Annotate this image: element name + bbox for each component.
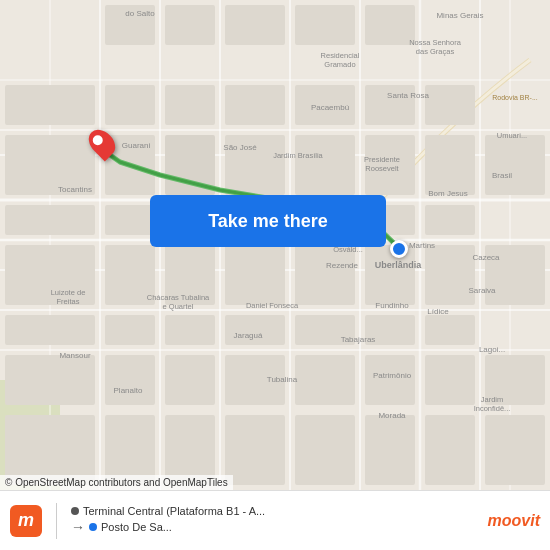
svg-text:Chácaras Tubalina: Chácaras Tubalina <box>147 293 210 302</box>
svg-text:Rezende: Rezende <box>326 261 359 270</box>
svg-text:Inconfidê...: Inconfidê... <box>474 404 511 413</box>
svg-rect-22 <box>295 5 355 45</box>
footer-route-details: Terminal Central (Plataforma B1 - A... →… <box>71 505 265 537</box>
svg-text:Guarani: Guarani <box>122 141 151 150</box>
svg-text:do Salto: do Salto <box>125 9 155 18</box>
svg-text:Presidente: Presidente <box>364 155 400 164</box>
svg-rect-30 <box>425 85 475 125</box>
svg-text:Bom Jesus: Bom Jesus <box>428 189 468 198</box>
destination-dot-icon <box>89 523 97 531</box>
moovit-logo: m <box>10 505 42 537</box>
svg-text:Minas Gerais: Minas Gerais <box>436 11 483 20</box>
footer: m Terminal Central (Plataforma B1 - A...… <box>0 490 550 550</box>
route-arrow-icon: → <box>71 519 85 535</box>
svg-text:Martins: Martins <box>409 241 435 250</box>
svg-rect-52 <box>425 245 475 305</box>
svg-rect-39 <box>5 205 95 235</box>
map-container: do Salto Minas Gerais Nossa Senhora das … <box>0 0 550 490</box>
footer-divider <box>56 503 57 539</box>
svg-text:Tocantins: Tocantins <box>58 185 92 194</box>
moovit-icon: m <box>10 505 42 537</box>
svg-text:Mansour: Mansour <box>59 351 90 360</box>
moovit-brand: moovit <box>484 512 540 530</box>
svg-text:Rodovia BR-...: Rodovia BR-... <box>492 94 538 101</box>
moovit-brand-label: moovit <box>488 512 540 530</box>
svg-rect-63 <box>165 355 215 405</box>
svg-rect-45 <box>425 205 475 235</box>
svg-text:Tabajaras: Tabajaras <box>341 335 376 344</box>
svg-text:Lagoi...: Lagoi... <box>479 345 505 354</box>
svg-rect-38 <box>485 135 545 195</box>
svg-text:Uberlândia: Uberlândia <box>375 260 423 270</box>
map-attribution: © OpenStreetMap contributors and OpenMap… <box>0 475 233 490</box>
origin-dot-icon <box>71 507 79 515</box>
svg-rect-51 <box>365 245 415 305</box>
svg-rect-76 <box>485 415 545 485</box>
svg-text:Planalto: Planalto <box>114 386 143 395</box>
svg-text:Cazeca: Cazeca <box>472 253 500 262</box>
svg-text:Freitas: Freitas <box>57 297 80 306</box>
svg-text:Pacaembú: Pacaembú <box>311 103 349 112</box>
svg-rect-65 <box>295 355 355 405</box>
svg-rect-49 <box>225 245 285 305</box>
svg-text:Gramado: Gramado <box>324 60 355 69</box>
svg-rect-23 <box>365 5 415 45</box>
svg-rect-40 <box>105 205 155 235</box>
svg-text:São José: São José <box>223 143 257 152</box>
svg-text:Morada: Morada <box>378 411 406 420</box>
svg-text:Patrimônio: Patrimônio <box>373 371 412 380</box>
svg-rect-74 <box>365 415 415 485</box>
svg-text:Jardim Brasília: Jardim Brasília <box>273 151 323 160</box>
svg-text:Residencial: Residencial <box>321 51 360 60</box>
svg-rect-24 <box>5 85 95 125</box>
svg-rect-72 <box>225 415 285 485</box>
svg-text:Jardim: Jardim <box>481 395 504 404</box>
svg-rect-66 <box>365 355 415 405</box>
svg-rect-26 <box>165 85 215 125</box>
svg-text:Roosevelt: Roosevelt <box>365 164 399 173</box>
svg-rect-20 <box>165 5 215 45</box>
svg-rect-33 <box>165 135 215 195</box>
svg-rect-55 <box>105 315 155 345</box>
svg-text:Tubalina: Tubalina <box>267 375 298 384</box>
svg-rect-37 <box>425 135 475 195</box>
footer-from-row: Terminal Central (Plataforma B1 - A... <box>71 505 265 517</box>
footer-route-info: m Terminal Central (Plataforma B1 - A...… <box>10 503 484 539</box>
svg-text:Saraiva: Saraiva <box>468 286 496 295</box>
take-me-there-button[interactable]: Take me there <box>150 195 386 247</box>
svg-rect-61 <box>5 355 95 405</box>
svg-text:Daniel Fonseca: Daniel Fonseca <box>246 301 299 310</box>
svg-text:e Quartel: e Quartel <box>163 302 194 311</box>
svg-text:Luizote de: Luizote de <box>51 288 86 297</box>
svg-text:Jaraguá: Jaraguá <box>234 331 263 340</box>
svg-text:Umuari...: Umuari... <box>497 131 527 140</box>
svg-rect-27 <box>225 85 285 125</box>
footer-from-label: Terminal Central (Plataforma B1 - A... <box>83 505 265 517</box>
svg-rect-67 <box>425 355 475 405</box>
svg-rect-21 <box>225 5 285 45</box>
svg-text:Nossa Senhora: Nossa Senhora <box>409 38 462 47</box>
footer-to-row: Posto De Sa... <box>89 521 172 533</box>
svg-rect-56 <box>165 315 215 345</box>
svg-text:Fundinho: Fundinho <box>375 301 409 310</box>
origin-marker <box>390 240 408 258</box>
svg-rect-57 <box>225 315 285 345</box>
footer-to-label: Posto De Sa... <box>101 521 172 533</box>
svg-rect-62 <box>105 355 155 405</box>
svg-text:Santa Rosa: Santa Rosa <box>387 91 429 100</box>
svg-rect-54 <box>5 315 95 345</box>
svg-rect-60 <box>425 315 475 345</box>
svg-rect-73 <box>295 415 355 485</box>
svg-text:Brasil: Brasil <box>492 171 512 180</box>
svg-rect-25 <box>105 85 155 125</box>
svg-rect-50 <box>295 245 355 305</box>
svg-rect-35 <box>295 135 355 195</box>
destination-marker <box>91 128 113 158</box>
svg-text:das Graças: das Graças <box>416 47 455 56</box>
svg-text:Lídice: Lídice <box>427 307 449 316</box>
svg-rect-75 <box>425 415 475 485</box>
